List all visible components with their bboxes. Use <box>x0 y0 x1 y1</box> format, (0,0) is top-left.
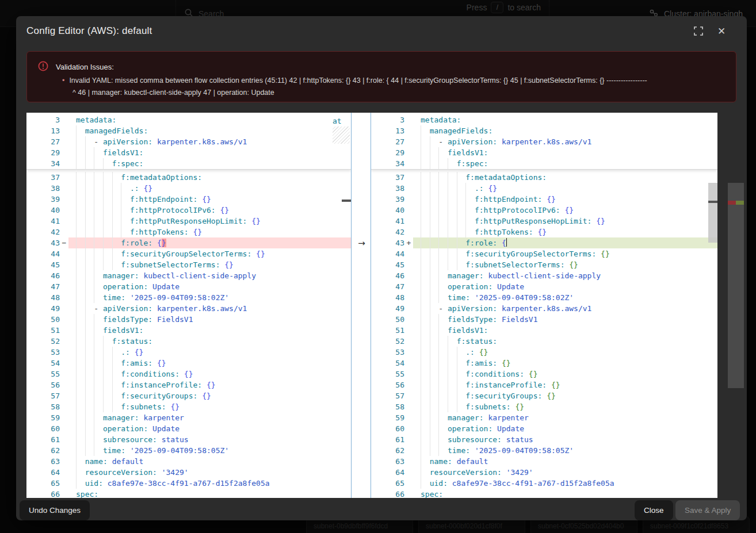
line-number: 55 <box>26 369 60 379</box>
indent-guide <box>421 237 421 248</box>
indent-guide <box>85 314 86 325</box>
indent-guide <box>421 147 421 158</box>
diff-sign <box>60 336 68 347</box>
yaml-value: kubectl-client-side-apply <box>488 271 601 280</box>
right-editor-scrollbar[interactable] <box>708 113 717 498</box>
code-line: 38 .: {} <box>371 183 717 194</box>
indent-guide <box>457 172 457 183</box>
code-line: 60 operation: Update <box>26 423 351 434</box>
indent-guide <box>112 379 113 390</box>
indent-guide <box>448 237 448 248</box>
indent-guide <box>76 314 77 325</box>
indent-guide <box>448 401 448 412</box>
code-line: 52 f:status: <box>26 336 351 347</box>
diff-editor-original[interactable]: at 3metadata:13 managedFields:27 - apiVe… <box>26 113 351 498</box>
code-line: 40 f:httpProtocolIPv6: {} <box>26 205 351 216</box>
code-text: f:httpTokens: {} <box>68 227 351 237</box>
code-text: f:securityGroups: {} <box>68 390 351 401</box>
yaml-key: managedFields: <box>430 126 493 135</box>
yaml-value: {} <box>547 195 556 204</box>
line-number: 27 <box>26 136 60 147</box>
code-text: uid: c8afe97e-38cc-4f91-a767-d15f2a8fe05… <box>68 478 351 489</box>
yaml-key: fieldsType: <box>103 315 152 324</box>
diff-sign <box>404 489 413 498</box>
indent-guide <box>85 358 86 369</box>
line-number: 45 <box>26 259 60 270</box>
yaml-value: status <box>506 435 533 444</box>
code-text: f:httpPutResponseHopLimit: {} <box>68 216 351 227</box>
overview-viewport-slider[interactable] <box>728 183 744 388</box>
close-icon[interactable]: ✕ <box>715 24 728 38</box>
yaml-key: resourceVersion: <box>430 468 502 477</box>
diff-sign <box>404 369 413 379</box>
indent-guide <box>438 434 439 445</box>
indent-guide <box>94 445 94 456</box>
code-text: time: '2025-09-04T09:58:05Z' <box>413 445 717 456</box>
yaml-value: Update <box>152 282 180 291</box>
diff-sign <box>404 125 413 136</box>
yaml-key: f:role: <box>465 239 497 247</box>
indent-guide <box>85 216 86 227</box>
yaml-value: karpenter.k8s.aws/v1 <box>157 304 247 313</box>
yaml-value: '3429' <box>506 468 533 477</box>
collapsed-unchanged-region[interactable]: 3metadata:13 managedFields:27 - apiVersi… <box>26 113 351 170</box>
indent-guide <box>438 158 439 169</box>
yaml-key: f:instanceProfile: <box>465 381 547 389</box>
line-number: 27 <box>371 136 404 147</box>
close-button[interactable]: Close <box>635 500 673 520</box>
line-number: 3 <box>371 114 404 125</box>
diff-sign <box>404 114 413 125</box>
indent-guide <box>94 237 94 248</box>
left-editor-scrollbar[interactable] <box>342 113 351 498</box>
expand-icon[interactable] <box>692 24 705 38</box>
diff-sign <box>404 347 413 358</box>
line-number: 59 <box>371 412 404 423</box>
save-apply-button[interactable]: Save & Apply <box>675 500 740 520</box>
indent-guide <box>76 467 77 478</box>
yaml-key: f:httpEndpoint: <box>130 195 197 204</box>
line-number: 65 <box>26 478 60 489</box>
indent-guide <box>421 467 421 478</box>
line-number: 53 <box>26 347 60 358</box>
yaml-key: subresource: <box>448 435 502 444</box>
indent-guide <box>94 172 94 183</box>
undo-changes-button[interactable]: Undo Changes <box>20 500 90 520</box>
yaml-value: { <box>157 239 162 247</box>
code-line: 64 resourceVersion: '3429' <box>371 467 717 478</box>
indent-guide <box>85 136 86 147</box>
indent-guide <box>76 136 77 147</box>
line-number: 58 <box>371 401 404 412</box>
diff-sign <box>60 412 68 423</box>
scrollbar-thumb[interactable] <box>708 183 717 243</box>
indent-guide <box>112 390 113 401</box>
code-text: f:httpPutResponseHopLimit: {} <box>413 216 717 227</box>
line-number: 44 <box>371 248 404 259</box>
diff-sign <box>404 216 413 227</box>
indent-guide <box>94 158 94 169</box>
diff-sign <box>60 401 68 412</box>
indent-guide <box>457 194 457 205</box>
indent-guide <box>448 227 448 237</box>
diff-sign <box>404 303 413 314</box>
diff-sign <box>60 390 68 401</box>
collapsed-unchanged-region[interactable]: 3metadata:13 managedFields:27 - apiVersi… <box>371 113 717 170</box>
diff-sign <box>404 183 413 194</box>
diff-sign <box>404 379 413 390</box>
indent-guide <box>421 136 421 147</box>
indent-guide <box>85 270 86 281</box>
diff-sign <box>60 172 68 183</box>
indent-guide <box>421 281 421 292</box>
yaml-key: f:httpPutResponseHopLimit: <box>130 217 247 225</box>
revert-change-arrow[interactable]: → <box>356 237 367 248</box>
diff-overview-ruler[interactable] <box>728 113 744 498</box>
diff-editor-modified[interactable]: 3metadata:13 managedFields:27 - apiVersi… <box>371 113 717 498</box>
yaml-key: manager: <box>103 413 139 422</box>
diff-sign <box>60 136 68 147</box>
indent-guide <box>465 205 466 216</box>
line-number: 42 <box>26 227 60 237</box>
yaml-value: FieldsV1 <box>157 315 193 324</box>
line-number: 50 <box>371 314 404 325</box>
diff-gutter-sash[interactable]: → <box>351 113 371 498</box>
code-text: f:status: <box>413 336 717 347</box>
indent-guide <box>438 237 439 248</box>
